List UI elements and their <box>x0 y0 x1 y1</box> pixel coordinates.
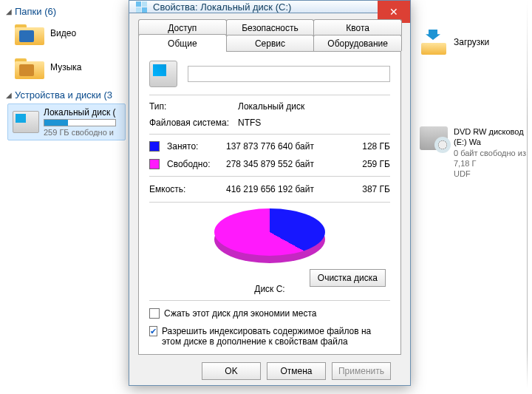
drive-name: Локальный диск ( <box>44 107 116 118</box>
capacity-label: Емкость: <box>149 184 226 194</box>
separator <box>149 202 390 203</box>
folder-item-downloads[interactable]: Загрузки <box>420 30 531 55</box>
properties-dialog: Свойства: Локальный диск (C:) ✕ Доступ Б… <box>129 0 411 386</box>
caret-icon: ◢ <box>6 91 12 99</box>
free-gb: 259 ГБ <box>344 159 390 169</box>
tab-panel-general: Тип: Локальный диск Файловая система: NT… <box>138 51 401 355</box>
downloads-label: Загрузки <box>454 37 489 47</box>
fs-label: Файловая система: <box>149 118 238 128</box>
free-bytes: 278 345 879 552 байт <box>226 159 344 169</box>
folders-header-text: Папки (6) <box>15 6 56 17</box>
disk-cleanup-button[interactable]: Очистка диска <box>310 269 386 287</box>
apply-button[interactable]: Применить <box>332 362 391 380</box>
capacity-bytes: 416 219 656 192 байт <box>226 184 344 194</box>
compress-label: Сжать этот диск для экономии места <box>164 308 316 319</box>
used-gb: 128 ГБ <box>344 141 390 152</box>
dialog-titlebar[interactable]: Свойства: Локальный диск (C:) ✕ <box>129 1 410 13</box>
drive-icon <box>13 111 39 133</box>
separator <box>149 134 390 135</box>
index-checkbox[interactable]: ✔ <box>149 326 157 336</box>
dvd-drive-item[interactable]: DVD RW дисковод (E:) Wa 0 байт свободно … <box>420 126 531 179</box>
folder-label: Музыка <box>50 62 81 72</box>
index-label: Разрешить индексировать содержимое файло… <box>162 326 390 347</box>
dvd-icon <box>420 126 448 150</box>
compress-checkbox[interactable] <box>149 308 160 319</box>
close-icon: ✕ <box>389 6 398 18</box>
type-label: Тип: <box>149 101 238 112</box>
used-color-swatch <box>149 141 160 152</box>
dvd-name: DVD RW дисковод (E:) Wa <box>454 126 531 148</box>
drive-large-icon <box>149 61 177 87</box>
folder-inner-icon <box>19 30 34 42</box>
tab-security[interactable]: Безопасность <box>226 19 315 35</box>
tab-access[interactable]: Доступ <box>138 19 227 35</box>
drive-free-text: 259 ГБ свободно и <box>44 128 116 137</box>
usage-pie-chart <box>214 208 325 266</box>
separator <box>149 176 390 177</box>
fs-value: NTFS <box>238 118 261 128</box>
drive-name-input[interactable] <box>188 66 390 82</box>
drive-item-c[interactable]: Локальный диск ( 259 ГБ свободно и <box>7 103 126 140</box>
downloads-icon <box>420 30 448 55</box>
folder-icon <box>15 21 44 45</box>
tab-hardware[interactable]: Оборудование <box>313 35 402 51</box>
caret-icon: ◢ <box>6 7 12 16</box>
tab-strip: Доступ Безопасность Квота Общие Сервис О… <box>138 19 401 52</box>
folder-icon <box>15 55 44 79</box>
dvd-free-text: 0 байт свободно из 7,18 Г <box>454 148 531 169</box>
used-label: Занято: <box>167 141 226 152</box>
folder-label: Видео <box>50 28 76 38</box>
dialog-button-row: OK Отмена Применить <box>138 355 401 380</box>
tab-tools[interactable]: Сервис <box>226 35 315 51</box>
right-separator <box>527 0 528 388</box>
used-bytes: 137 873 776 640 байт <box>226 141 344 152</box>
free-color-swatch <box>149 159 160 169</box>
cancel-button[interactable]: Отмена <box>267 362 326 380</box>
free-label: Свободно: <box>167 159 226 169</box>
ok-button[interactable]: OK <box>202 362 261 380</box>
tab-general[interactable]: Общие <box>138 34 227 52</box>
drive-usage-bar <box>44 119 116 126</box>
devices-header-text: Устройства и диски (3 <box>15 89 112 101</box>
separator <box>149 300 390 301</box>
type-value: Локальный диск <box>238 101 304 112</box>
dvd-fs-text: UDF <box>454 169 531 179</box>
folder-inner-icon <box>19 64 34 76</box>
tab-quota[interactable]: Квота <box>313 19 402 35</box>
capacity-gb: 387 ГБ <box>344 184 390 194</box>
separator <box>149 95 390 95</box>
drive-small-icon <box>135 1 147 13</box>
dialog-title: Свойства: Локальный диск (C:) <box>153 1 291 13</box>
